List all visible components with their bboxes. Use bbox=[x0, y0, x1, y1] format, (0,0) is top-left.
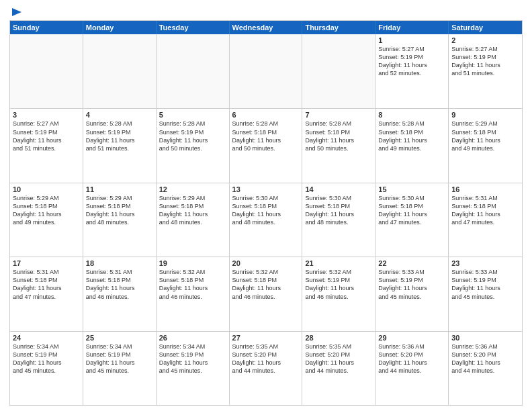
day-number: 6 bbox=[232, 111, 300, 119]
cell-info: Sunrise: 5:28 AM Sunset: 5:18 PM Dayligh… bbox=[232, 120, 300, 152]
cell-info: Sunrise: 5:28 AM Sunset: 5:18 PM Dayligh… bbox=[305, 120, 372, 152]
calendar-cell bbox=[83, 34, 157, 108]
calendar-cell bbox=[230, 34, 303, 108]
calendar-cell: 21Sunrise: 5:32 AM Sunset: 5:19 PM Dayli… bbox=[302, 257, 375, 330]
day-number: 7 bbox=[305, 111, 372, 119]
calendar-body: 1Sunrise: 5:27 AM Sunset: 5:19 PM Daylig… bbox=[10, 34, 522, 405]
calendar-cell: 18Sunrise: 5:31 AM Sunset: 5:18 PM Dayli… bbox=[83, 257, 157, 330]
logo-area bbox=[9, 7, 23, 16]
day-number: 30 bbox=[451, 334, 519, 342]
calendar-cell: 9Sunrise: 5:29 AM Sunset: 5:18 PM Daylig… bbox=[449, 109, 522, 182]
calendar-row-1: 3Sunrise: 5:27 AM Sunset: 5:19 PM Daylig… bbox=[10, 108, 522, 182]
weekday-header-wednesday: Wednesday bbox=[230, 21, 303, 34]
day-number: 18 bbox=[86, 259, 153, 267]
cell-info: Sunrise: 5:29 AM Sunset: 5:18 PM Dayligh… bbox=[159, 194, 226, 227]
calendar-cell: 2Sunrise: 5:27 AM Sunset: 5:19 PM Daylig… bbox=[449, 34, 522, 108]
calendar-cell: 25Sunrise: 5:34 AM Sunset: 5:19 PM Dayli… bbox=[83, 332, 157, 405]
cell-info: Sunrise: 5:29 AM Sunset: 5:18 PM Dayligh… bbox=[86, 194, 153, 227]
cell-info: Sunrise: 5:31 AM Sunset: 5:18 PM Dayligh… bbox=[451, 194, 519, 227]
weekday-header-friday: Friday bbox=[375, 21, 449, 34]
day-number: 13 bbox=[232, 185, 300, 193]
calendar-cell bbox=[302, 34, 375, 108]
calendar-cell: 20Sunrise: 5:32 AM Sunset: 5:18 PM Dayli… bbox=[230, 257, 303, 330]
calendar-cell: 16Sunrise: 5:31 AM Sunset: 5:18 PM Dayli… bbox=[449, 183, 522, 257]
calendar-row-0: 1Sunrise: 5:27 AM Sunset: 5:19 PM Daylig… bbox=[10, 34, 522, 108]
day-number: 22 bbox=[378, 259, 445, 267]
cell-info: Sunrise: 5:34 AM Sunset: 5:19 PM Dayligh… bbox=[86, 342, 153, 375]
cell-info: Sunrise: 5:32 AM Sunset: 5:18 PM Dayligh… bbox=[159, 268, 226, 301]
cell-info: Sunrise: 5:29 AM Sunset: 5:18 PM Dayligh… bbox=[13, 194, 80, 227]
calendar-header: SundayMondayTuesdayWednesdayThursdayFrid… bbox=[10, 21, 522, 34]
day-number: 17 bbox=[13, 259, 80, 267]
calendar-cell: 23Sunrise: 5:33 AM Sunset: 5:19 PM Dayli… bbox=[449, 257, 522, 330]
calendar-cell: 15Sunrise: 5:30 AM Sunset: 5:18 PM Dayli… bbox=[375, 183, 449, 257]
weekday-header-sunday: Sunday bbox=[10, 21, 83, 34]
day-number: 8 bbox=[378, 111, 445, 119]
cell-info: Sunrise: 5:27 AM Sunset: 5:19 PM Dayligh… bbox=[13, 120, 80, 152]
calendar-cell: 24Sunrise: 5:34 AM Sunset: 5:19 PM Dayli… bbox=[10, 332, 83, 405]
day-number: 26 bbox=[159, 334, 226, 342]
calendar-cell: 5Sunrise: 5:28 AM Sunset: 5:19 PM Daylig… bbox=[157, 109, 230, 182]
cell-info: Sunrise: 5:30 AM Sunset: 5:18 PM Dayligh… bbox=[305, 194, 372, 227]
cell-info: Sunrise: 5:31 AM Sunset: 5:18 PM Dayligh… bbox=[86, 268, 153, 301]
day-number: 21 bbox=[305, 259, 372, 267]
calendar-cell: 3Sunrise: 5:27 AM Sunset: 5:19 PM Daylig… bbox=[10, 109, 83, 182]
calendar-cell: 19Sunrise: 5:32 AM Sunset: 5:18 PM Dayli… bbox=[157, 257, 230, 330]
day-number: 25 bbox=[86, 334, 153, 342]
calendar-cell: 29Sunrise: 5:36 AM Sunset: 5:20 PM Dayli… bbox=[375, 332, 449, 405]
calendar-cell: 11Sunrise: 5:29 AM Sunset: 5:18 PM Dayli… bbox=[83, 183, 157, 257]
day-number: 16 bbox=[451, 185, 519, 193]
logo-flag-icon bbox=[11, 7, 23, 19]
calendar-cell: 8Sunrise: 5:28 AM Sunset: 5:18 PM Daylig… bbox=[375, 109, 449, 182]
day-number: 15 bbox=[378, 185, 445, 193]
cell-info: Sunrise: 5:28 AM Sunset: 5:18 PM Dayligh… bbox=[378, 120, 445, 152]
day-number: 9 bbox=[451, 111, 519, 119]
calendar-cell: 28Sunrise: 5:35 AM Sunset: 5:20 PM Dayli… bbox=[302, 332, 375, 405]
day-number: 27 bbox=[232, 334, 300, 342]
day-number: 19 bbox=[159, 259, 226, 267]
cell-info: Sunrise: 5:34 AM Sunset: 5:19 PM Dayligh… bbox=[159, 342, 226, 375]
calendar-row-2: 10Sunrise: 5:29 AM Sunset: 5:18 PM Dayli… bbox=[10, 183, 522, 257]
day-number: 29 bbox=[378, 334, 445, 342]
cell-info: Sunrise: 5:32 AM Sunset: 5:19 PM Dayligh… bbox=[305, 268, 372, 301]
calendar-cell: 4Sunrise: 5:28 AM Sunset: 5:19 PM Daylig… bbox=[83, 109, 157, 182]
cell-info: Sunrise: 5:33 AM Sunset: 5:19 PM Dayligh… bbox=[451, 268, 519, 301]
day-number: 28 bbox=[305, 334, 372, 342]
weekday-header-thursday: Thursday bbox=[302, 21, 375, 34]
cell-info: Sunrise: 5:31 AM Sunset: 5:18 PM Dayligh… bbox=[13, 268, 80, 301]
calendar-cell: 14Sunrise: 5:30 AM Sunset: 5:18 PM Dayli… bbox=[302, 183, 375, 257]
cell-info: Sunrise: 5:30 AM Sunset: 5:18 PM Dayligh… bbox=[232, 194, 300, 227]
day-number: 10 bbox=[13, 185, 80, 193]
calendar-cell: 6Sunrise: 5:28 AM Sunset: 5:18 PM Daylig… bbox=[230, 109, 303, 182]
weekday-header-monday: Monday bbox=[83, 21, 157, 34]
day-number: 12 bbox=[159, 185, 226, 193]
calendar-cell: 1Sunrise: 5:27 AM Sunset: 5:19 PM Daylig… bbox=[375, 34, 449, 108]
calendar-cell: 12Sunrise: 5:29 AM Sunset: 5:18 PM Dayli… bbox=[157, 183, 230, 257]
cell-info: Sunrise: 5:30 AM Sunset: 5:18 PM Dayligh… bbox=[378, 194, 445, 227]
calendar: SundayMondayTuesdayWednesdayThursdayFrid… bbox=[9, 20, 523, 406]
calendar-cell: 30Sunrise: 5:36 AM Sunset: 5:20 PM Dayli… bbox=[449, 332, 522, 405]
cell-info: Sunrise: 5:28 AM Sunset: 5:19 PM Dayligh… bbox=[86, 120, 153, 152]
day-number: 11 bbox=[86, 185, 153, 193]
cell-info: Sunrise: 5:33 AM Sunset: 5:19 PM Dayligh… bbox=[378, 268, 445, 301]
calendar-cell bbox=[157, 34, 230, 108]
calendar-row-3: 17Sunrise: 5:31 AM Sunset: 5:18 PM Dayli… bbox=[10, 257, 522, 330]
cell-info: Sunrise: 5:32 AM Sunset: 5:18 PM Dayligh… bbox=[232, 268, 300, 301]
calendar-cell: 26Sunrise: 5:34 AM Sunset: 5:19 PM Dayli… bbox=[157, 332, 230, 405]
header bbox=[9, 7, 523, 16]
cell-info: Sunrise: 5:27 AM Sunset: 5:19 PM Dayligh… bbox=[378, 45, 445, 78]
day-number: 20 bbox=[232, 259, 300, 267]
calendar-cell: 10Sunrise: 5:29 AM Sunset: 5:18 PM Dayli… bbox=[10, 183, 83, 257]
cell-info: Sunrise: 5:35 AM Sunset: 5:20 PM Dayligh… bbox=[305, 342, 372, 375]
logo-text bbox=[9, 7, 23, 19]
weekday-header-saturday: Saturday bbox=[449, 21, 522, 34]
cell-info: Sunrise: 5:36 AM Sunset: 5:20 PM Dayligh… bbox=[378, 342, 445, 375]
day-number: 5 bbox=[159, 111, 226, 119]
day-number: 23 bbox=[451, 259, 519, 267]
day-number: 3 bbox=[13, 111, 80, 119]
page: SundayMondayTuesdayWednesdayThursdayFrid… bbox=[0, 0, 532, 411]
day-number: 1 bbox=[378, 36, 445, 44]
cell-info: Sunrise: 5:28 AM Sunset: 5:19 PM Dayligh… bbox=[159, 120, 226, 152]
cell-info: Sunrise: 5:35 AM Sunset: 5:20 PM Dayligh… bbox=[232, 342, 300, 375]
cell-info: Sunrise: 5:34 AM Sunset: 5:19 PM Dayligh… bbox=[13, 342, 80, 375]
